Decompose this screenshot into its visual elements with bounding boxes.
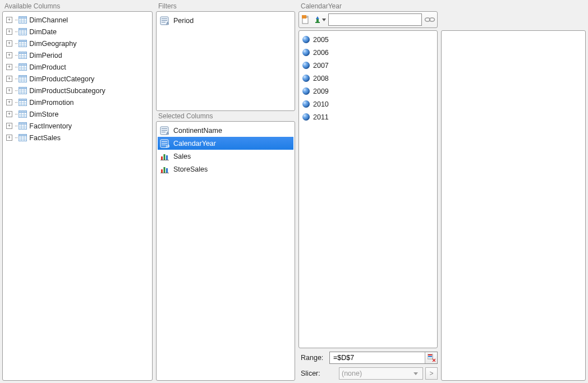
svg-rect-7	[19, 29, 27, 30]
sphere-icon	[302, 87, 310, 95]
dots-icon: ···	[15, 99, 17, 105]
tree-item[interactable]: +···DimProductSubcategory	[6, 85, 151, 96]
table-icon	[19, 87, 27, 94]
year-value-item[interactable]: 2006	[300, 46, 436, 59]
svg-rect-90	[302, 15, 306, 19]
table-icon	[19, 63, 27, 71]
filter-item-label: Period	[173, 17, 194, 25]
table-icon	[19, 16, 27, 24]
slicer-go-button[interactable]: >	[425, 367, 438, 380]
year-values-panel[interactable]: 2005200620072008200920102011	[298, 30, 438, 348]
expand-icon[interactable]: +	[6, 111, 12, 117]
dots-icon: ···	[15, 52, 17, 58]
selected-column-label: Sales	[173, 153, 191, 160]
tree-item[interactable]: +···FactSales	[6, 132, 151, 144]
link-icon[interactable]	[424, 14, 435, 25]
available-columns-label: Available Columns	[2, 1, 153, 11]
year-value-item[interactable]: 2007	[300, 59, 436, 72]
selected-column-label: ContinentName	[173, 127, 222, 135]
year-value-label: 2005	[313, 36, 329, 44]
selected-column-item[interactable]: StoreSales	[158, 163, 293, 176]
year-value-item[interactable]: 2009	[300, 85, 436, 98]
svg-text:10: 10	[166, 144, 170, 148]
year-value-item[interactable]: 2011	[300, 110, 436, 123]
range-input[interactable]	[330, 352, 425, 363]
tree-item-label: DimPeriod	[28, 52, 62, 59]
dots-icon: ···	[15, 123, 17, 129]
svg-rect-87	[166, 168, 168, 173]
refresh-button[interactable]	[313, 14, 322, 25]
tree-item[interactable]: +···DimDate	[6, 26, 151, 38]
filter-item[interactable]: APeriod	[158, 14, 293, 27]
dots-icon: ···	[15, 29, 17, 35]
svg-rect-55	[19, 123, 27, 124]
svg-rect-31	[19, 76, 27, 77]
svg-rect-81	[161, 156, 163, 160]
sphere-icon	[302, 113, 310, 121]
selected-column-label: StoreSales	[173, 165, 208, 173]
dots-icon: ···	[15, 76, 17, 82]
tree-item[interactable]: +···DimPeriod	[6, 49, 151, 61]
filters-panel[interactable]: APeriod	[156, 11, 295, 111]
svg-rect-49	[19, 111, 27, 113]
year-value-item[interactable]: 2005	[300, 33, 436, 46]
chevron-down-icon	[411, 372, 420, 375]
dots-icon: ···	[15, 64, 17, 70]
range-picker-button[interactable]	[425, 352, 437, 363]
table-icon	[19, 99, 27, 106]
sphere-icon	[302, 75, 310, 82]
refresh-dropdown[interactable]	[322, 14, 326, 25]
calendaryear-label: CalendarYear	[298, 1, 438, 11]
expand-icon[interactable]: +	[6, 87, 12, 94]
expand-icon[interactable]: +	[6, 40, 12, 47]
tree-item[interactable]: +···DimProduct	[6, 61, 151, 73]
year-value-label: 2007	[313, 62, 329, 70]
year-value-item[interactable]: 2010	[300, 98, 436, 110]
svg-text:A: A	[166, 131, 169, 135]
slicer-select[interactable]: (none)	[339, 367, 423, 380]
selected-column-item[interactable]: 10CalendarYear	[158, 137, 293, 150]
svg-rect-13	[19, 40, 27, 42]
tree-item-label: DimDate	[28, 28, 57, 36]
tree-item[interactable]: +···DimChannel	[6, 14, 151, 26]
expand-icon[interactable]: +	[6, 64, 12, 70]
expand-icon[interactable]: +	[6, 52, 12, 58]
expand-icon[interactable]: +	[6, 29, 12, 35]
expand-icon[interactable]: +	[6, 17, 12, 23]
tree-item[interactable]: +···FactInventory	[6, 120, 151, 132]
tree-item-label: DimPromotion	[28, 99, 74, 107]
filter-input[interactable]	[328, 13, 422, 26]
svg-rect-83	[166, 155, 168, 160]
dots-icon: ···	[15, 111, 17, 117]
svg-rect-61	[19, 135, 27, 136]
svg-rect-37	[19, 87, 27, 89]
tree-item-label: DimGeography	[28, 40, 76, 48]
expand-icon[interactable]: +	[6, 76, 12, 82]
selected-column-item[interactable]: Sales	[158, 150, 293, 163]
table-icon	[19, 40, 27, 47]
available-columns-panel[interactable]: +···DimChannel+···DimDate+···DimGeograph…	[2, 11, 153, 381]
tree-item[interactable]: +···DimProductCategory	[6, 73, 151, 85]
expand-icon[interactable]: +	[6, 99, 12, 105]
year-value-item[interactable]: 2008	[300, 72, 436, 85]
expand-icon[interactable]: +	[6, 123, 12, 129]
table-icon	[19, 28, 27, 35]
new-doc-button[interactable]	[301, 14, 310, 25]
expand-icon[interactable]: +	[6, 135, 12, 141]
svg-rect-82	[164, 154, 166, 160]
dots-icon: ···	[15, 40, 17, 47]
selected-column-label: CalendarYear	[173, 140, 216, 147]
svg-rect-86	[164, 167, 166, 173]
tree-item[interactable]: +···DimGeography	[6, 38, 151, 49]
values-toolbar	[298, 11, 438, 28]
tree-item[interactable]: +···DimPromotion	[6, 96, 151, 108]
svg-rect-1	[19, 17, 27, 19]
selected-columns-panel[interactable]: AContinentName10CalendarYearSalesStoreSa…	[156, 121, 295, 381]
sphere-icon	[302, 62, 310, 69]
dots-icon: ···	[15, 135, 17, 141]
tree-item[interactable]: +···DimStore	[6, 108, 151, 120]
preview-panel[interactable]	[441, 30, 586, 381]
numeric-column-icon: 10	[160, 139, 170, 148]
selected-column-item[interactable]: AContinentName	[158, 124, 293, 137]
svg-rect-19	[19, 52, 27, 54]
